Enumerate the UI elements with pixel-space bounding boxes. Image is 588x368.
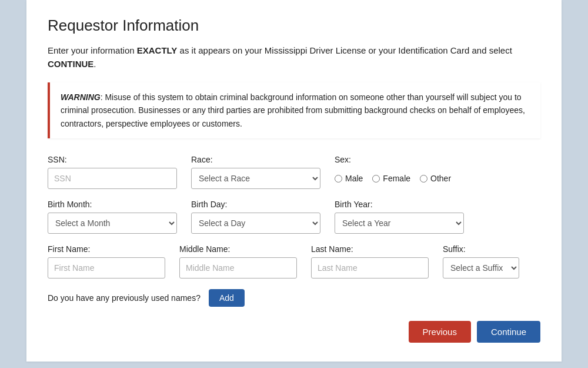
middle-name-input[interactable] — [179, 257, 297, 279]
previously-used-row: Do you have any previously used names? A… — [48, 289, 540, 307]
birth-day-label: Birth Day: — [191, 200, 320, 209]
sex-male-label: Male — [345, 174, 363, 183]
birth-year-select[interactable]: Select a Year for(let y=2024;y>=1900;y--… — [335, 213, 464, 234]
race-select[interactable]: Select a Race American Indian or Alaska … — [191, 168, 320, 189]
birth-year-group: Birth Year: Select a Year for(let y=2024… — [335, 200, 464, 234]
form-section: SSN: Race: Select a Race American Indian… — [48, 155, 540, 343]
page-title: Requestor Information — [48, 16, 540, 35]
birth-month-group: Birth Month: Select a Month January Febr… — [48, 200, 177, 234]
sex-other-label: Other — [430, 174, 451, 183]
form-row-1: SSN: Race: Select a Race American Indian… — [48, 155, 540, 189]
middle-name-group: Middle Name: — [179, 244, 297, 279]
last-name-input[interactable] — [311, 257, 429, 279]
previous-button[interactable]: Previous — [409, 321, 471, 343]
intro-part1: Enter your information — [48, 45, 137, 55]
intro-bold2: CONTINUE — [48, 59, 93, 69]
sex-option-male[interactable]: Male — [335, 174, 363, 183]
sex-group: Sex: Male Female Other — [335, 155, 451, 189]
warning-label: WARNING — [61, 92, 101, 102]
intro-bold1: EXACTLY — [137, 45, 178, 55]
last-name-label: Last Name: — [311, 244, 429, 254]
intro-text: Enter your information EXACTLY as it app… — [48, 44, 540, 71]
sex-option-female[interactable]: Female — [372, 174, 410, 183]
intro-part2: as it appears on your Mississippi Driver… — [177, 45, 512, 55]
sex-radio-other[interactable] — [420, 175, 427, 183]
suffix-label: Suffix: — [443, 244, 519, 254]
suffix-group: Suffix: Select a Suffix Jr. Sr. II III I… — [443, 244, 519, 279]
birth-year-label: Birth Year: — [335, 200, 464, 209]
form-row-2: Birth Month: Select a Month January Febr… — [48, 200, 540, 234]
page-wrapper: Requestor Information Enter your informa… — [0, 0, 588, 368]
ssn-input[interactable] — [48, 168, 177, 189]
footer-buttons: Previous Continue — [48, 321, 540, 343]
suffix-select[interactable]: Select a Suffix Jr. Sr. II III IV V — [443, 257, 519, 279]
first-name-input[interactable] — [48, 257, 165, 279]
sex-radio-male[interactable] — [335, 175, 342, 183]
warning-text: : Misuse of this system to obtain crimin… — [61, 92, 525, 128]
race-label: Race: — [191, 155, 320, 164]
sex-options: Male Female Other — [335, 168, 451, 189]
last-name-group: Last Name: — [311, 244, 429, 279]
race-group: Race: Select a Race American Indian or A… — [191, 155, 320, 189]
add-button[interactable]: Add — [209, 289, 245, 307]
intro-part3: . — [93, 59, 96, 69]
continue-button[interactable]: Continue — [477, 321, 540, 343]
first-name-label: First Name: — [48, 244, 165, 254]
ssn-group: SSN: — [48, 155, 177, 189]
birth-month-select[interactable]: Select a Month January February March Ap… — [48, 213, 177, 234]
sex-label: Sex: — [335, 155, 451, 164]
sex-radio-female[interactable] — [372, 175, 380, 183]
main-card: Requestor Information Enter your informa… — [26, 0, 562, 362]
form-row-3: First Name: Middle Name: Last Name: Suff… — [48, 244, 540, 279]
first-name-group: First Name: — [48, 244, 165, 279]
birth-day-group: Birth Day: Select a Day for(let i=1;i<=3… — [191, 200, 320, 234]
birth-month-label: Birth Month: — [48, 200, 177, 209]
sex-female-label: Female — [383, 174, 410, 183]
ssn-label: SSN: — [48, 155, 177, 164]
warning-box: WARNING: Misuse of this system to obtain… — [48, 82, 540, 138]
sex-option-other[interactable]: Other — [420, 174, 451, 183]
previously-used-label: Do you have any previously used names? — [48, 293, 201, 303]
birth-day-select[interactable]: Select a Day for(let i=1;i<=31;i++){docu… — [191, 213, 320, 234]
middle-name-label: Middle Name: — [179, 244, 297, 254]
